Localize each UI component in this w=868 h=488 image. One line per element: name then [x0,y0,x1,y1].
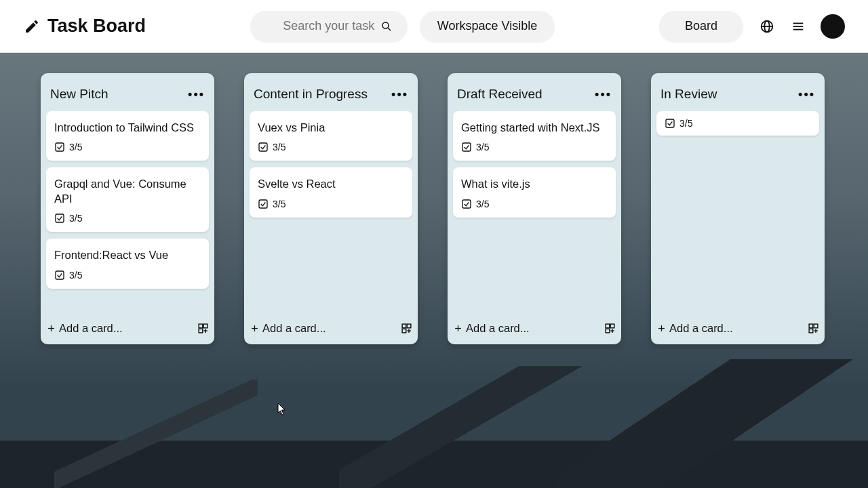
plus-icon [656,323,667,333]
card-progress-value: 3/5 [476,199,489,209]
column: In Review ••• 3/5 Add a card... [651,73,825,344]
card-progress-value: 3/5 [273,142,285,152]
topbar: Task Board Workspace Visible Board [0,0,868,53]
add-card-button[interactable]: Add a card... [46,322,123,335]
workspace-visibility-label: Workspace Visible [437,19,537,33]
globe-icon[interactable] [758,18,776,35]
column-title: In Review [660,87,717,102]
card-list: Introduction to Tailwind CSS 3/5 Grapql … [46,111,209,289]
workspace-visibility-button[interactable]: Workspace Visible [420,11,555,42]
column-header: In Review ••• [656,81,819,111]
avatar[interactable] [821,14,845,39]
card-title: Getting started with Next.JS [461,121,608,135]
check-icon [54,213,65,224]
column-title: New Pitch [50,87,108,102]
card-progress: 3/5 [665,118,811,129]
card-title: Introduction to Tailwind CSS [54,121,201,135]
add-card-row: Add a card... [656,308,819,335]
column-header: Content in Progress ••• [250,81,412,111]
plus-icon [46,323,56,333]
check-icon [461,142,472,152]
add-card-row: Add a card... [453,308,616,335]
card[interactable]: Svelte vs React 3/5 [250,167,412,217]
template-icon[interactable] [197,323,209,334]
card-progress-value: 3/5 [273,199,285,209]
check-icon [54,142,65,152]
card-title: What is vite.js [461,177,608,191]
search-input[interactable] [278,19,380,33]
search-icon[interactable] [378,18,395,35]
column-title: Content in Progress [254,87,368,102]
card[interactable]: What is vite.js 3/5 [453,167,616,217]
card-list: Vuex vs Pinia 3/5 Svelte vs React 3/5 [250,111,412,218]
card-title: Frontend:React vs Vue [54,248,201,262]
column-header: New Pitch ••• [46,81,209,111]
card[interactable]: Frontend:React vs Vue 3/5 [46,239,209,288]
column: Content in Progress ••• Vuex vs Pinia 3/… [244,73,418,344]
card-list: Getting started with Next.JS 3/5 What is… [453,111,616,218]
card-progress-value: 3/5 [679,118,692,129]
card[interactable]: Getting started with Next.JS 3/5 [453,111,616,161]
column-title: Draft Received [457,87,542,102]
check-icon [258,199,269,209]
add-card-label: Add a card... [669,322,733,335]
card-title: Svelte vs React [258,177,404,191]
card-progress: 3/5 [258,142,404,152]
card-title: Grapql and Vue: Consume API [54,177,201,206]
card-list: 3/5 [656,111,819,136]
column: Draft Received ••• Getting started with … [448,73,621,344]
add-card-label: Add a card... [262,322,326,335]
app-title: Task Board [47,16,146,37]
add-card-label: Add a card... [59,322,123,335]
topbar-right-icons [758,14,845,39]
add-card-button[interactable]: Add a card... [453,322,530,335]
check-icon [461,199,472,209]
card-progress-value: 3/5 [69,142,82,152]
board-view-button[interactable]: Board [659,11,743,42]
card-progress: 3/5 [54,213,201,224]
card-progress: 3/5 [461,142,608,152]
board: New Pitch ••• Introduction to Tailwind C… [0,53,868,365]
brand: Task Board [23,16,146,37]
check-icon [258,142,269,152]
menu-icon[interactable] [789,18,807,35]
search-pill[interactable] [250,11,408,42]
card-title: Vuex vs Pinia [258,121,404,135]
add-card-button[interactable]: Add a card... [250,322,326,335]
add-card-row: Add a card... [250,308,412,335]
template-icon[interactable] [808,323,819,334]
card-progress: 3/5 [54,142,201,152]
check-icon [665,118,675,129]
card-progress: 3/5 [258,199,404,209]
edit-icon [23,18,41,35]
check-icon [54,270,65,281]
template-icon[interactable] [604,323,616,334]
add-card-button[interactable]: Add a card... [656,322,733,335]
card[interactable]: Grapql and Vue: Consume API 3/5 [46,167,209,232]
board-view-label: Board [685,19,717,33]
plus-icon [250,323,260,333]
card-progress: 3/5 [54,270,201,281]
column-header: Draft Received ••• [453,81,616,111]
card-progress: 3/5 [461,199,608,209]
plus-icon [453,323,463,333]
card-progress-value: 3/5 [69,213,82,224]
card[interactable]: 3/5 [656,111,819,136]
card[interactable]: Introduction to Tailwind CSS 3/5 [46,111,209,161]
column: New Pitch ••• Introduction to Tailwind C… [41,73,214,344]
card-progress-value: 3/5 [476,142,489,152]
add-card-row: Add a card... [46,308,209,335]
template-icon[interactable] [401,323,412,334]
card[interactable]: Vuex vs Pinia 3/5 [250,111,412,161]
add-card-label: Add a card... [466,322,530,335]
card-progress-value: 3/5 [69,270,82,281]
